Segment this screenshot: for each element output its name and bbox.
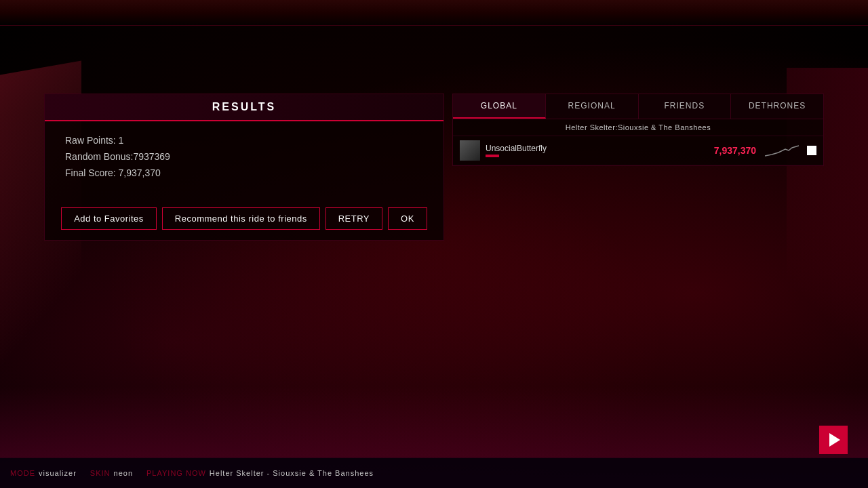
leaderboard-panel: GLOBAL REGIONAL FRIENDS DETHRONES Helter… [452,94,824,166]
lb-graph [765,142,799,159]
results-header: RESULTS [45,94,443,121]
status-bar: MODE visualizer SKIN neon PLAYING NOW He… [0,458,868,488]
mode-value: visualizer [39,469,77,477]
lb-song-title: Helter Skelter:Siouxsie & The Banshees [453,119,823,136]
recommend-button[interactable]: Recommend this ride to friends [162,207,320,230]
random-bonus: Random Bonus:7937369 [65,151,423,162]
lb-entry: UnsocialButterfly 7,937,370 [453,136,823,165]
leaderboard-body: UnsocialButterfly 7,937,370 [453,136,823,165]
raw-points: Raw Points: 1 [65,135,423,146]
lb-progress-bar [486,155,499,157]
tab-friends[interactable]: FRIENDS [639,94,732,119]
tab-global[interactable]: GLOBAL [453,94,546,119]
results-body: Raw Points: 1 Random Bonus:7937369 Final… [45,121,443,197]
tab-dethrones[interactable]: DETHRONES [731,94,823,119]
ok-button[interactable]: OK [388,207,427,230]
lb-indicator [807,146,816,155]
retry-button[interactable]: RETRY [326,207,382,230]
results-panel: RESULTS Raw Points: 1 Random Bonus:79373… [44,94,444,241]
lb-score: 7,937,370 [714,145,756,156]
play-button[interactable] [819,426,848,454]
mode-label: MODE [10,469,35,477]
playing-value: Helter Skelter - Siouxsie & The Banshees [210,469,374,477]
lb-username: UnsocialButterfly [486,144,709,153]
avatar [460,140,480,161]
skin-value: neon [114,469,133,477]
add-to-favorites-button[interactable]: Add to Favorites [61,207,157,230]
main-content: RESULTS Raw Points: 1 Random Bonus:79373… [44,26,824,447]
playing-label: PLAYING NOW [146,469,206,477]
leaderboard-tabs: GLOBAL REGIONAL FRIENDS DETHRONES [453,94,823,119]
tab-regional[interactable]: REGIONAL [546,94,639,119]
results-buttons: Add to Favorites Recommend this ride to … [45,197,443,240]
skin-label: SKIN [90,469,111,477]
results-title: RESULTS [212,101,276,113]
play-icon [829,433,840,447]
top-bar [0,0,868,26]
final-score: Final Score: 7,937,370 [65,167,423,178]
